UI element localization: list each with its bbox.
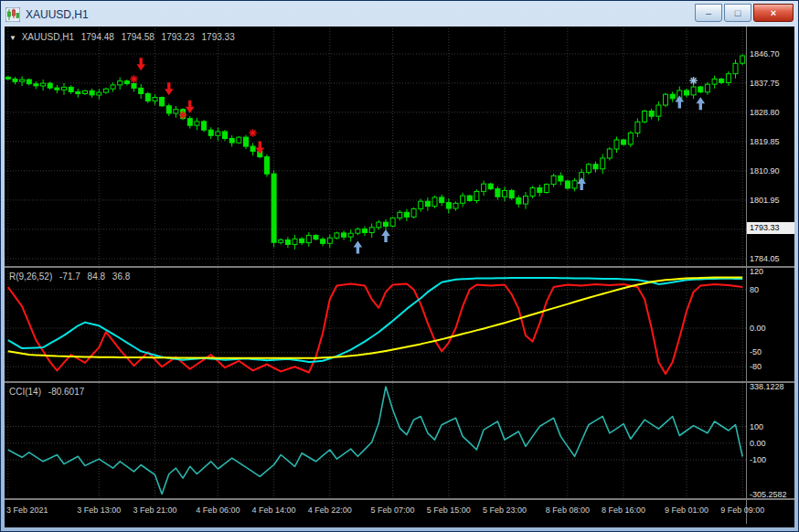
candle	[90, 89, 94, 98]
time-scale[interactable]: 3 Feb 20213 Feb 13:003 Feb 21:004 Feb 06…	[5, 500, 794, 524]
candle	[20, 76, 25, 86]
time-label: 4 Feb 14:00	[252, 505, 296, 515]
candle	[586, 163, 591, 175]
candle	[622, 139, 626, 145]
candle	[356, 228, 360, 235]
candle	[166, 103, 171, 116]
arrow-down-signal	[136, 58, 145, 70]
candle	[530, 186, 535, 199]
scale-label: 1819.85	[750, 137, 780, 146]
candle	[118, 78, 123, 90]
scale-label: 1801.95	[750, 196, 780, 205]
star-signal	[130, 75, 137, 82]
candle	[551, 174, 556, 187]
candle	[48, 81, 52, 90]
candle	[440, 195, 444, 207]
indicator2-name: CCI(14)	[9, 387, 41, 397]
scale-label: 1810.90	[750, 166, 780, 176]
titlebar[interactable]: XAUUSD,H1 – □ ×	[4, 4, 795, 26]
open-value: 1794.48	[81, 32, 114, 42]
candle	[279, 239, 283, 245]
candle	[5, 76, 10, 80]
candle	[83, 90, 88, 95]
candle	[390, 217, 395, 227]
candle	[404, 209, 409, 221]
app-icon[interactable]	[5, 7, 20, 22]
symbol-label: XAUUSD,H1	[22, 32, 74, 42]
time-label: 5 Feb 07:00	[371, 505, 415, 515]
indicator1-name: R(9,26,52)	[9, 271, 52, 282]
close-value: 1793.33	[202, 32, 235, 42]
candle	[327, 235, 332, 249]
candle	[453, 201, 458, 210]
chart-area: ▼ XAUUSD,H1 1794.48 1794.58 1793.23 1793…	[5, 27, 794, 527]
candle	[572, 178, 577, 191]
candle	[649, 109, 654, 120]
star-signal	[179, 112, 186, 119]
time-label: 8 Feb 16:00	[602, 505, 645, 515]
candle	[461, 193, 465, 207]
time-label: 4 Feb 06:00	[196, 505, 240, 515]
scale-label: -80	[750, 362, 762, 371]
price-pane[interactable]	[5, 28, 746, 266]
window-controls: – □ ×	[695, 4, 794, 22]
candle	[55, 85, 59, 93]
indicator1-value3: 36.8	[112, 271, 130, 282]
candles-layer	[5, 54, 744, 250]
candle	[482, 181, 486, 197]
candle	[712, 76, 717, 89]
candle	[314, 234, 318, 240]
close-button[interactable]: ×	[753, 4, 794, 22]
candle	[195, 118, 199, 131]
symbol-dropdown-icon[interactable]: ▼	[9, 34, 16, 42]
candle	[41, 80, 46, 90]
candle	[664, 93, 668, 108]
candle	[384, 219, 389, 230]
scale-label: 1846.70	[750, 49, 780, 59]
signal-markers-layer	[130, 58, 705, 253]
current-price-tag: 1793.33	[747, 222, 794, 234]
candle	[538, 185, 542, 197]
candle	[740, 54, 745, 65]
scale-label: 0.00	[750, 439, 766, 448]
candle	[76, 89, 80, 98]
candle	[656, 101, 661, 121]
arrow-up-signal	[676, 96, 685, 109]
candle	[229, 135, 234, 146]
candle	[411, 207, 416, 218]
candle	[446, 198, 451, 213]
time-label: 9 Feb 01:00	[665, 505, 708, 515]
candle	[628, 131, 633, 147]
arrow-down-signal	[186, 101, 195, 113]
candle	[425, 197, 430, 211]
r-indicator-pane[interactable]	[5, 268, 746, 381]
candle	[705, 82, 709, 95]
candle	[544, 184, 549, 194]
candle	[342, 230, 346, 239]
candle	[733, 59, 738, 79]
indicator1-value1: -71.7	[59, 271, 80, 282]
candle	[216, 128, 220, 141]
maximize-button[interactable]: □	[724, 4, 751, 22]
time-label: 4 Feb 22:00	[308, 505, 352, 515]
scale-label: 1784.05	[750, 254, 780, 263]
candle	[559, 173, 563, 186]
scale-label: 1837.75	[750, 79, 780, 88]
price-scale[interactable]: 1793.33 1846.701837.751828.801819.851810…	[747, 27, 794, 500]
star-signal	[249, 129, 256, 136]
time-label: 3 Feb 2021	[6, 505, 48, 515]
candle	[474, 189, 479, 203]
grid-layer	[5, 28, 746, 266]
cci-indicator-pane[interactable]	[5, 383, 746, 498]
scale-label: -100	[750, 455, 766, 464]
scale-label: 100	[750, 422, 763, 431]
low-value: 1793.23	[162, 32, 195, 42]
arrow-down-signal	[256, 142, 265, 154]
scale-label: 338.1228	[750, 382, 784, 391]
candle	[244, 135, 249, 149]
time-label: 5 Feb 15:00	[427, 505, 471, 515]
minimize-button[interactable]: –	[695, 4, 722, 22]
time-label: 9 Feb 09:00	[720, 505, 764, 515]
indicator1-label: R(9,26,52) -71.7 84.8 36.8	[9, 271, 134, 282]
candle	[495, 186, 500, 200]
